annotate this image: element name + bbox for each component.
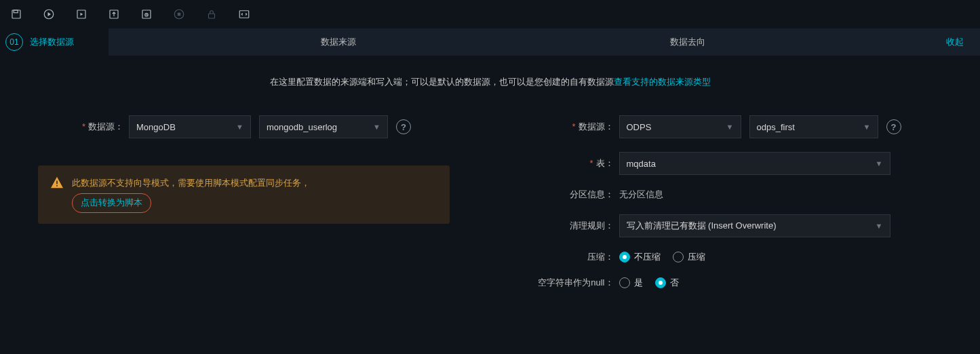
source-name-value: mongodb_userlog (267, 122, 337, 132)
svg-rect-10 (239, 11, 249, 18)
step-indicator: 01 选择数据源 (0, 28, 96, 56)
source-ds-label: *数据源： (41, 121, 129, 133)
toolbar (0, 0, 980, 28)
target-ds-label: *数据源： (531, 121, 619, 133)
step-label: 选择数据源 (30, 36, 74, 48)
chevron-down-icon: ▼ (876, 159, 883, 168)
warning-banner: 此数据源不支持向导模式，需要使用脚本模式配置同步任务， 点击转换为脚本 (38, 165, 450, 224)
source-panel: *数据源： MongoDB ▼ mongodb_userlog ▼ ? (0, 115, 490, 302)
content-area: 在这里配置数据的来源端和写入端；可以是默认的数据源，也可以是您创建的自有数据源查… (0, 56, 980, 302)
help-icon[interactable]: ? (396, 119, 411, 134)
svg-rect-8 (178, 13, 181, 16)
warning-message: 此数据源不支持向导模式，需要使用脚本模式配置同步任务， 点击转换为脚本 (72, 176, 310, 213)
svg-rect-1 (14, 10, 18, 13)
help-icon[interactable]: ? (886, 119, 901, 134)
chevron-down-icon: ▼ (236, 123, 243, 131)
partition-label: 分区信息： (531, 189, 619, 201)
compress-none-radio[interactable]: 不压缩 (619, 251, 661, 263)
clean-rule-label: 清理规则： (531, 220, 619, 232)
save-icon[interactable] (7, 5, 26, 24)
run-icon[interactable] (39, 5, 58, 24)
null-label: 空字符串作为null： (531, 277, 619, 289)
source-name-select[interactable]: mongodb_userlog ▼ (259, 115, 388, 138)
stop-icon (170, 5, 189, 24)
chevron-right-icon (85, 28, 96, 56)
compress-radio-group: 不压缩 压缩 (619, 251, 705, 263)
clean-rule-value: 写入前清理已有数据 (Insert Overwrite) (627, 220, 777, 232)
intro-text: 在这里配置数据的来源端和写入端；可以是默认的数据源，也可以是您创建的自有数据源查… (0, 76, 980, 88)
history-icon[interactable] (137, 5, 156, 24)
source-column-header: 数据来源 (163, 36, 513, 48)
collapse-link[interactable]: 收起 (930, 36, 980, 48)
target-name-select[interactable]: odps_first ▼ (749, 115, 878, 138)
target-type-value: ODPS (627, 122, 652, 132)
run-scheduled-icon[interactable] (72, 5, 91, 24)
clean-rule-select[interactable]: 写入前清理已有数据 (Insert Overwrite) ▼ (619, 214, 890, 237)
svg-rect-11 (56, 181, 58, 184)
target-name-value: odps_first (757, 122, 795, 132)
warning-text: 此数据源不支持向导模式，需要使用脚本模式配置同步任务， (72, 178, 310, 188)
source-type-select[interactable]: MongoDB ▼ (129, 115, 251, 138)
target-table-value: mqdata (627, 159, 656, 169)
doc-link[interactable]: 查看支持的数据来源类型 (614, 77, 711, 87)
compress-label: 压缩： (531, 251, 619, 263)
target-table-select[interactable]: mqdata ▼ (619, 152, 890, 175)
step-bar: 01 选择数据源 数据来源 数据去向 收起 (0, 28, 980, 56)
code-icon[interactable] (235, 5, 254, 24)
partition-value: 无分区信息 (619, 189, 663, 201)
null-yes-radio[interactable]: 是 (619, 277, 643, 289)
lock-icon (202, 5, 221, 24)
source-type-value: MongoDB (136, 122, 176, 132)
warning-icon (50, 176, 64, 189)
target-table-label: *表： (531, 157, 619, 170)
chevron-down-icon: ▼ (863, 123, 871, 131)
null-radio-group: 是 否 (619, 277, 679, 289)
convert-to-script-link[interactable]: 点击转换为脚本 (72, 193, 151, 213)
chevron-down-icon: ▼ (726, 123, 734, 131)
chevron-down-icon: ▼ (876, 222, 883, 230)
target-type-select[interactable]: ODPS ▼ (619, 115, 741, 138)
target-column-header: 数据去向 (513, 36, 862, 48)
compress-yes-radio[interactable]: 压缩 (673, 251, 705, 263)
svg-rect-9 (209, 14, 215, 18)
export-icon[interactable] (104, 5, 123, 24)
target-panel: *数据源： ODPS ▼ odps_first ▼ ? *表： (490, 115, 981, 302)
intro-text-body: 在这里配置数据的来源端和写入端；可以是默认的数据源，也可以是您创建的自有数据源 (270, 77, 614, 87)
step-number: 01 (5, 33, 23, 51)
chevron-down-icon: ▼ (373, 123, 380, 131)
null-no-radio[interactable]: 否 (655, 277, 679, 289)
svg-rect-12 (56, 185, 58, 186)
